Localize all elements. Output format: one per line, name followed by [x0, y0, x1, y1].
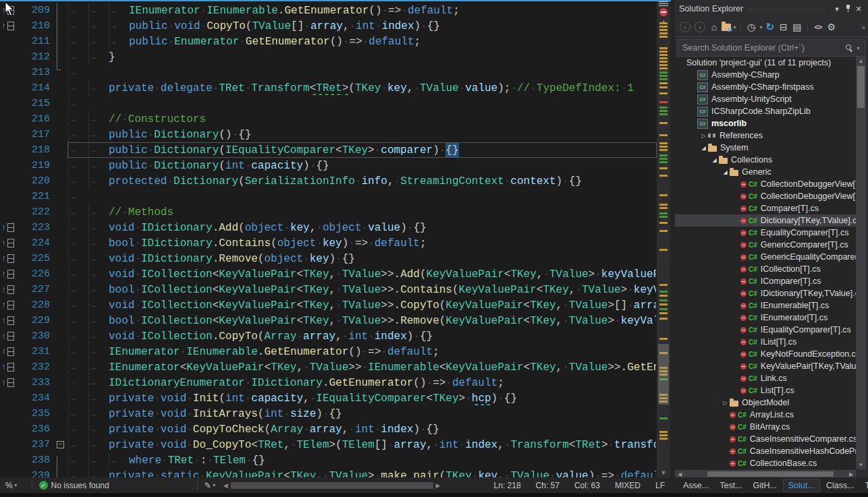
- fold-margin[interactable]: −: [55, 437, 67, 452]
- expand-arrow-icon[interactable]: ▷: [721, 400, 730, 406]
- code-line[interactable]: ↑228→→void·ICollection<KeyValuePair<TKey…: [0, 297, 657, 313]
- tree-item-file[interactable]: C#GenericComparer[T].cs: [675, 239, 856, 251]
- tree-item[interactable]: C#mscorlib: [675, 117, 856, 129]
- reference-indicator-icon[interactable]: ↑: [0, 344, 19, 359]
- scroll-up-arrow-icon[interactable]: ▲: [856, 58, 866, 64]
- tool-window-tab[interactable]: Class...: [821, 479, 859, 492]
- scrollbar-thumb[interactable]: [658, 344, 669, 405]
- tree-item-file[interactable]: C#KeyValuePair[TKey,TValue].cs: [675, 360, 856, 372]
- scrollbar-thumb[interactable]: [231, 482, 433, 489]
- code-line[interactable]: 215→: [0, 96, 657, 111]
- code-line[interactable]: ↑209→→→IEnumerator·IEnumerable.GetEnumer…: [0, 3, 657, 18]
- tree-item[interactable]: C#Assembly-CSharp: [675, 69, 856, 81]
- sync-with-active-document-icon[interactable]: ↻: [764, 20, 776, 34]
- search-dropdown-caret-icon[interactable]: ▼: [856, 46, 861, 51]
- tree-vertical-scrollbar[interactable]: ▲ ▼: [856, 57, 866, 469]
- editor-vertical-scrollbar[interactable]: ▲ ▼: [657, 0, 670, 477]
- solution-explorer-titlebar[interactable]: Solution Explorer ▾ ✕: [675, 0, 868, 18]
- reference-indicator-icon[interactable]: ↑: [0, 297, 19, 313]
- tree-item[interactable]: Solution 'project-gui' (11 of 11 project…: [675, 57, 856, 69]
- tool-window-tab[interactable]: Test...: [715, 479, 747, 492]
- reference-indicator-icon[interactable]: ↑: [0, 359, 19, 375]
- tree-item-file[interactable]: C#IEnumerator[T].cs: [675, 312, 856, 324]
- preview-selected-items-icon[interactable]: ▤: [791, 20, 803, 34]
- code-line[interactable]: ↑230→→void·ICollection.CopyTo(Array·arra…: [0, 328, 657, 344]
- search-box[interactable]: Search Solution Explorer (Ctrl+¨) ▼: [678, 39, 865, 57]
- code-line[interactable]: ↑210→→→public·void·CopyTo(TValue[]·array…: [0, 18, 657, 34]
- back-icon[interactable]: ‹: [680, 22, 690, 32]
- reference-indicator-icon[interactable]: ↑: [0, 282, 19, 297]
- scroll-left-arrow-icon[interactable]: ◀: [675, 471, 684, 477]
- collapse-region-icon[interactable]: −: [57, 441, 64, 448]
- tree-item-file[interactable]: C#IEnumerable[T].cs: [675, 299, 856, 312]
- forward-icon[interactable]: ›: [695, 22, 705, 32]
- tree-item[interactable]: ◢Collections: [675, 154, 856, 166]
- toolbar-overflow-icon[interactable]: »: [861, 24, 865, 31]
- tree-item[interactable]: ◢System: [675, 142, 856, 154]
- window-position-icon[interactable]: ▾: [832, 5, 842, 13]
- pending-changes-filter-icon-caret[interactable]: ▼: [759, 25, 763, 30]
- scroll-right-arrow-icon[interactable]: ▶: [846, 471, 856, 477]
- scroll-down-arrow-icon[interactable]: ▼: [856, 462, 866, 468]
- tree-item-file[interactable]: C#List[T].cs: [675, 384, 856, 397]
- tree-item-file[interactable]: C#Dictionary[TKey,TValue].cs: [675, 214, 856, 227]
- collapse-arrow-icon[interactable]: ◢: [710, 157, 719, 163]
- line-indicator[interactable]: Ln: 218: [494, 481, 521, 490]
- code-line[interactable]: 236→→private·void·CopyToCheck(Array·arra…: [0, 421, 657, 437]
- code-line[interactable]: 235→→private·void·InitArrays(int·size)·{…: [0, 406, 657, 421]
- zoom-caret-icon[interactable]: ▼: [13, 483, 18, 488]
- code-line[interactable]: 213→: [0, 65, 657, 80]
- code-line[interactable]: 222→→//·Methods: [0, 204, 657, 220]
- tree-item[interactable]: C#Assembly-UnityScript: [675, 93, 856, 105]
- switch-views-icon[interactable]: [722, 24, 731, 31]
- collapse-arrow-icon[interactable]: ◢: [721, 169, 730, 175]
- code-line[interactable]: ↑231→→IEnumerator·IEnumerable.GetEnumera…: [0, 344, 657, 359]
- code-line[interactable]: ↑229→→bool·ICollection<KeyValuePair<TKey…: [0, 313, 657, 328]
- code-line[interactable]: 221→: [0, 189, 657, 204]
- switch-views-icon-caret[interactable]: ▼: [732, 25, 737, 30]
- tree-item-file[interactable]: C#ArrayList.cs: [675, 409, 856, 421]
- tree-item-file[interactable]: C#CaseInsensitiveComparer.cs: [675, 433, 856, 445]
- tree-item[interactable]: ▷References: [675, 129, 856, 142]
- expand-arrow-icon[interactable]: ▷: [699, 133, 708, 139]
- code-line[interactable]: ↑232→→IEnumerator<KeyValuePair<TKey,·TVa…: [0, 359, 657, 375]
- reference-indicator-icon[interactable]: ↑: [0, 235, 19, 251]
- tool-window-tab[interactable]: GitH...: [749, 479, 782, 492]
- code-line[interactable]: 219→→public·Dictionary(int·capacity)·{}: [0, 158, 657, 173]
- tool-window-tab[interactable]: Solut...: [783, 479, 820, 492]
- scroll-right-arrow-icon[interactable]: ▶: [436, 482, 441, 489]
- code-line[interactable]: 238→→→where·TRet·:·TElem·{}: [0, 452, 657, 468]
- eol-indicator[interactable]: LF: [655, 481, 665, 490]
- code-line[interactable]: 220→→protected·Dictionary(SerializationI…: [0, 173, 657, 189]
- tree-item-file[interactable]: C#IComparer[T].cs: [675, 275, 856, 287]
- code-line[interactable]: ↑224→→bool·IDictionary.Contains(object·k…: [0, 235, 657, 251]
- code-line[interactable]: 216→→//·Constructors: [0, 111, 657, 127]
- split-window-grip[interactable]: [659, 1, 668, 7]
- tool-window-tab[interactable]: Asse...: [678, 479, 713, 492]
- zoom-control[interactable]: % ▼: [5, 481, 18, 490]
- tree-item-file[interactable]: C#Link.cs: [675, 372, 856, 384]
- code-line[interactable]: 211→→→public·Enumerator·GetEnumerator()·…: [0, 34, 657, 49]
- tree-item-file[interactable]: C#CollectionDebuggerView[T].cs: [675, 190, 856, 202]
- code-line[interactable]: ↑225→→void·IDictionary.Remove(object·key…: [0, 251, 657, 266]
- code-line[interactable]: 214→→private·delegate·TRet·Transform<TRe…: [0, 80, 657, 96]
- code-line[interactable]: ↑233→→IDictionaryEnumerator·IDictionary.…: [0, 375, 657, 390]
- code-line[interactable]: ↑227→→bool·ICollection<KeyValuePair<TKey…: [0, 282, 657, 297]
- code-line[interactable]: 217→→public·Dictionary()·{}: [0, 127, 657, 142]
- tree-item-file[interactable]: C#EqualityComparer[T].cs: [675, 227, 856, 239]
- scroll-down-arrow-icon[interactable]: ▼: [657, 469, 670, 476]
- reference-indicator-icon[interactable]: ↑: [0, 375, 19, 390]
- tree-item-file[interactable]: C#KeyNotFoundException.cs: [675, 348, 856, 360]
- encoding-indicator[interactable]: MIXED: [615, 481, 641, 490]
- code-line[interactable]: 239→→private·static·KeyValuePair<TKey,·T…: [0, 468, 657, 477]
- reference-indicator-icon[interactable]: ↑: [0, 313, 19, 328]
- code-line[interactable]: ↑226→→void·ICollection<KeyValuePair<TKey…: [0, 266, 657, 282]
- tree-item-file[interactable]: C#CollectionBase.cs: [675, 457, 856, 469]
- code-line[interactable]: ↑223→→void·IDictionary.Add(object·key,·o…: [0, 220, 657, 235]
- view-code-icon[interactable]: <>: [812, 20, 824, 34]
- panel-splitter[interactable]: [670, 0, 675, 493]
- tree-item-file[interactable]: C#IDictionary[TKey,TValue].cs: [675, 287, 856, 299]
- reference-indicator-icon[interactable]: ↑: [0, 328, 19, 344]
- home-icon[interactable]: ⌂: [708, 20, 720, 34]
- char-indicator[interactable]: Ch: 57: [536, 481, 560, 490]
